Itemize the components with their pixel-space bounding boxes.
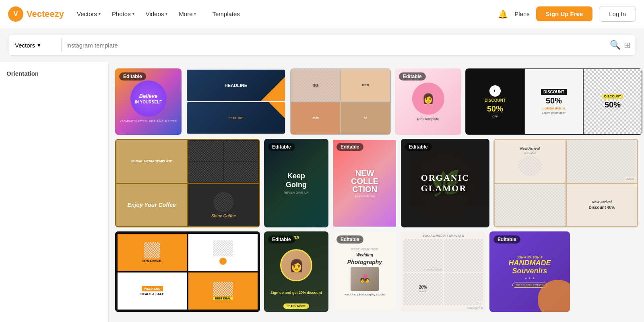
list-item[interactable]: 🌿 ORGANICGLAMOR Editable — [401, 139, 489, 227]
editable-badge: Editable — [405, 143, 432, 151]
search-bar: Vectors ▾ 🔍 ⊞ — [8, 35, 636, 56]
header-right: 🔔 Plans Sign Up Free Log In — [498, 6, 636, 22]
nav-vectors[interactable]: Vectors ▾ — [72, 7, 105, 21]
search-category-dropdown[interactable]: Vectors ▾ — [13, 38, 62, 52]
logo-link[interactable]: V Vecteezy — [8, 6, 64, 22]
photos-chevron-icon: ▾ — [132, 12, 134, 16]
list-item[interactable]: BEST MEMORIES Wedding Photography 💑 wedd… — [332, 231, 397, 312]
main-nav: Vectors ▾ Photos ▾ Videos ▾ More ▾ Templ… — [72, 7, 498, 21]
list-item[interactable]: 👩 Pink template Editable — [395, 68, 461, 135]
notification-bell-button[interactable]: 🔔 — [498, 9, 508, 19]
editable-badge: Editable — [268, 235, 295, 244]
search-submit-button[interactable]: 🔍 — [610, 40, 621, 50]
list-item[interactable]: KeepGoing NEVER GIVE UP Editable — [264, 139, 328, 227]
more-chevron-icon: ▾ — [194, 12, 196, 16]
main-header: V Vecteezy Vectors ▾ Photos ▾ Videos ▾ M… — [0, 0, 644, 28]
dropdown-chevron-icon: ▾ — [37, 41, 41, 49]
grid-row-1: Believe IN YOURSELF KATARINA SLATTER · I… — [115, 68, 638, 135]
editable-badge: Editable — [119, 72, 146, 80]
list-item[interactable]: na 👩 Sign up and get 20% discount LEARN … — [264, 231, 328, 312]
list-item[interactable]: NEW ARRIVAL WEEKEND DEALS & SALE BEST DE… — [115, 231, 260, 312]
nav-photos[interactable]: Photos ▾ — [107, 7, 139, 21]
sidebar: Orientation — [0, 62, 109, 322]
nav-templates[interactable]: Templates — [206, 7, 246, 21]
list-item[interactable]: L DISCOUNT 50% OFF DISCOUNT 50% LOREM IP… — [465, 68, 642, 135]
logo-icon: V — [8, 6, 23, 22]
editable-badge: Editable — [336, 143, 363, 151]
main-layout: Orientation Believe IN YOURSELF KATARINA… — [0, 62, 644, 322]
list-item[interactable]: HEADLINE FEATURE — [186, 68, 286, 135]
list-item[interactable]: JOHN WILSON'S HANDMADESouvenirs ★ ★ ★ GO… — [489, 231, 570, 312]
nav-more[interactable]: More ▾ — [174, 7, 201, 21]
vectors-chevron-icon: ▾ — [99, 12, 101, 16]
list-item[interactable]: New Arrival sub label LOGO New Arrival D… — [493, 139, 638, 227]
grid-row-3: NEW ARRIVAL WEEKEND DEALS & SALE BEST DE… — [115, 231, 638, 312]
editable-badge: Editable — [493, 235, 520, 244]
content-grid: Believe IN YOURSELF KATARINA SLATTER · I… — [109, 62, 644, 322]
list-item[interactable]: SU MER 2019 20 — [290, 68, 391, 135]
login-button[interactable]: Log In — [599, 6, 636, 22]
list-item[interactable]: SOCIAL MEDIA TEMPLATE COMING SOON 20% SA… — [401, 231, 485, 312]
editable-badge: Editable — [268, 143, 295, 151]
grid-row-2: SOCIAL MEDIA TEMPLATE Enjoy Your Coffee … — [115, 139, 638, 227]
sidebar-orientation-label: Orientation — [6, 70, 102, 77]
videos-chevron-icon: ▾ — [165, 12, 167, 16]
list-item[interactable]: Believe IN YOURSELF KATARINA SLATTER · I… — [115, 68, 182, 135]
editable-badge: Editable — [336, 235, 363, 244]
nav-videos[interactable]: Videos ▾ — [141, 7, 173, 21]
editable-badge: Editable — [399, 72, 426, 80]
logo-text: Vecteezy — [27, 9, 64, 19]
list-item[interactable]: NEWCOLLECTION yourwebsite.net Editable — [332, 139, 397, 227]
signup-button[interactable]: Sign Up Free — [536, 6, 593, 21]
search-input[interactable] — [62, 42, 610, 49]
image-search-button[interactable]: ⊞ — [624, 40, 631, 50]
list-item[interactable]: SOCIAL MEDIA TEMPLATE Enjoy Your Coffee … — [115, 139, 260, 227]
plans-button[interactable]: Plans — [514, 10, 530, 17]
